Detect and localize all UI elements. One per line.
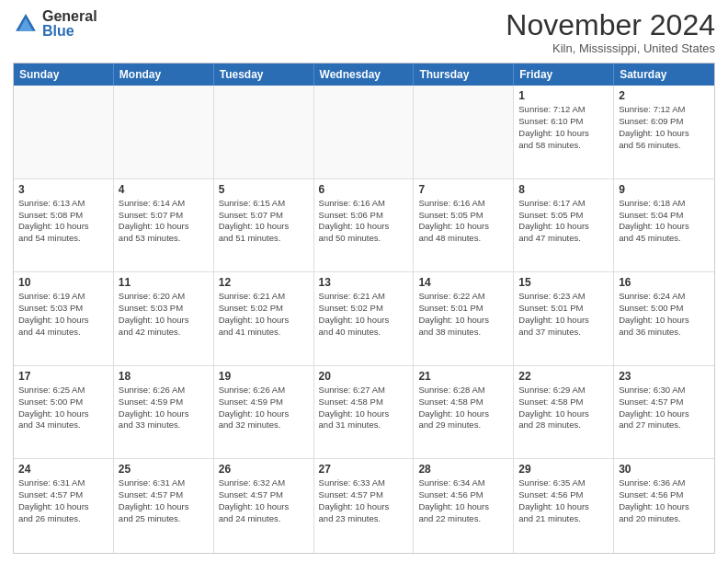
day-number: 9 [619,183,710,196]
day-number: 15 [518,276,609,289]
day-number: 5 [219,183,309,196]
calendar-cell-4-1: 17Sunrise: 6:25 AM Sunset: 5:00 PM Dayli… [14,366,114,459]
day-info: Sunrise: 6:20 AM Sunset: 5:03 PM Dayligh… [119,291,209,338]
calendar-body: 1Sunrise: 7:12 AM Sunset: 6:10 PM Daylig… [14,86,714,553]
calendar-cell-5-5: 28Sunrise: 6:34 AM Sunset: 4:56 PM Dayli… [414,459,514,553]
day-info: Sunrise: 7:12 AM Sunset: 6:10 PM Dayligh… [518,104,609,151]
day-number: 25 [119,463,209,476]
calendar-row-3: 10Sunrise: 6:19 AM Sunset: 5:03 PM Dayli… [14,272,714,366]
day-number: 29 [518,463,609,476]
day-number: 1 [518,89,609,102]
day-info: Sunrise: 6:18 AM Sunset: 5:04 PM Dayligh… [619,198,710,245]
calendar-cell-2-6: 8Sunrise: 6:17 AM Sunset: 5:05 PM Daylig… [514,179,614,272]
calendar-cell-3-2: 11Sunrise: 6:20 AM Sunset: 5:03 PM Dayli… [114,272,214,365]
header-day-tuesday: Tuesday [214,63,314,86]
day-number: 17 [18,370,108,383]
day-number: 10 [18,276,108,289]
day-info: Sunrise: 6:30 AM Sunset: 4:57 PM Dayligh… [619,385,710,431]
day-info: Sunrise: 6:25 AM Sunset: 5:00 PM Dayligh… [18,385,108,431]
day-info: Sunrise: 6:29 AM Sunset: 4:58 PM Dayligh… [518,385,609,431]
day-number: 26 [219,463,309,476]
day-number: 24 [18,463,108,476]
calendar-cell-2-5: 7Sunrise: 6:16 AM Sunset: 5:05 PM Daylig… [414,179,514,272]
calendar-cell-1-2 [114,86,214,178]
day-info: Sunrise: 6:33 AM Sunset: 4:57 PM Dayligh… [319,477,409,524]
day-number: 18 [119,370,209,383]
day-info: Sunrise: 6:17 AM Sunset: 5:05 PM Dayligh… [518,198,609,245]
day-info: Sunrise: 6:24 AM Sunset: 5:00 PM Dayligh… [619,291,710,338]
day-info: Sunrise: 6:16 AM Sunset: 5:06 PM Dayligh… [319,198,409,245]
calendar-row-4: 17Sunrise: 6:25 AM Sunset: 5:00 PM Dayli… [14,366,714,460]
day-info: Sunrise: 6:27 AM Sunset: 4:58 PM Dayligh… [319,385,409,431]
day-info: Sunrise: 6:35 AM Sunset: 4:56 PM Dayligh… [518,477,609,524]
day-number: 22 [518,370,609,383]
header-day-monday: Monday [114,63,214,86]
day-info: Sunrise: 6:26 AM Sunset: 4:59 PM Dayligh… [219,385,309,431]
day-number: 19 [219,370,309,383]
calendar-cell-5-4: 27Sunrise: 6:33 AM Sunset: 4:57 PM Dayli… [314,459,415,553]
day-number: 11 [119,276,209,289]
header: General Blue November 2024 Kiln, Mississ… [13,9,715,55]
day-number: 4 [119,183,209,196]
day-number: 23 [619,370,710,383]
title-block: November 2024 Kiln, Mississippi, United … [506,9,715,55]
calendar-cell-2-1: 3Sunrise: 6:13 AM Sunset: 5:08 PM Daylig… [14,179,114,272]
calendar-cell-1-1 [14,86,114,178]
day-number: 20 [319,370,409,383]
calendar-cell-3-6: 15Sunrise: 6:23 AM Sunset: 5:01 PM Dayli… [514,272,614,365]
day-number: 21 [418,370,508,383]
calendar-cell-3-5: 14Sunrise: 6:22 AM Sunset: 5:01 PM Dayli… [414,272,514,365]
calendar-row-2: 3Sunrise: 6:13 AM Sunset: 5:08 PM Daylig… [14,179,714,273]
day-info: Sunrise: 7:12 AM Sunset: 6:09 PM Dayligh… [619,104,710,151]
day-number: 14 [418,276,508,289]
day-info: Sunrise: 6:15 AM Sunset: 5:07 PM Dayligh… [219,198,309,245]
calendar-cell-4-7: 23Sunrise: 6:30 AM Sunset: 4:57 PM Dayli… [614,366,714,459]
day-number: 27 [319,463,409,476]
day-number: 13 [319,276,409,289]
logo-icon [13,11,39,37]
calendar: SundayMondayTuesdayWednesdayThursdayFrid… [13,63,715,554]
day-info: Sunrise: 6:31 AM Sunset: 4:57 PM Dayligh… [18,477,108,524]
header-day-saturday: Saturday [614,63,714,86]
calendar-cell-5-1: 24Sunrise: 6:31 AM Sunset: 4:57 PM Dayli… [14,459,114,553]
day-number: 6 [319,183,409,196]
day-number: 12 [219,276,309,289]
calendar-cell-2-4: 6Sunrise: 6:16 AM Sunset: 5:06 PM Daylig… [314,179,415,272]
day-info: Sunrise: 6:19 AM Sunset: 5:03 PM Dayligh… [18,291,108,338]
day-info: Sunrise: 6:23 AM Sunset: 5:01 PM Dayligh… [518,291,609,338]
day-info: Sunrise: 6:21 AM Sunset: 5:02 PM Dayligh… [219,291,309,338]
calendar-cell-1-4 [314,86,415,178]
day-number: 2 [619,89,710,102]
logo-text: General Blue [42,9,97,39]
day-info: Sunrise: 6:31 AM Sunset: 4:57 PM Dayligh… [119,477,209,524]
day-info: Sunrise: 6:36 AM Sunset: 4:56 PM Dayligh… [619,477,710,524]
header-day-wednesday: Wednesday [314,63,415,86]
logo-blue-text: Blue [42,24,97,39]
day-number: 30 [619,463,710,476]
calendar-cell-2-2: 4Sunrise: 6:14 AM Sunset: 5:07 PM Daylig… [114,179,214,272]
day-info: Sunrise: 6:16 AM Sunset: 5:05 PM Dayligh… [418,198,508,245]
calendar-header: SundayMondayTuesdayWednesdayThursdayFrid… [14,63,714,86]
calendar-row-5: 24Sunrise: 6:31 AM Sunset: 4:57 PM Dayli… [14,459,714,553]
calendar-cell-3-7: 16Sunrise: 6:24 AM Sunset: 5:00 PM Dayli… [614,272,714,365]
calendar-cell-2-7: 9Sunrise: 6:18 AM Sunset: 5:04 PM Daylig… [614,179,714,272]
calendar-cell-1-5 [414,86,514,178]
day-number: 7 [418,183,508,196]
calendar-cell-2-3: 5Sunrise: 6:15 AM Sunset: 5:07 PM Daylig… [214,179,314,272]
day-info: Sunrise: 6:22 AM Sunset: 5:01 PM Dayligh… [418,291,508,338]
day-info: Sunrise: 6:32 AM Sunset: 4:57 PM Dayligh… [219,477,309,524]
calendar-cell-5-6: 29Sunrise: 6:35 AM Sunset: 4:56 PM Dayli… [514,459,614,553]
calendar-cell-1-7: 2Sunrise: 7:12 AM Sunset: 6:09 PM Daylig… [614,86,714,178]
calendar-cell-5-3: 26Sunrise: 6:32 AM Sunset: 4:57 PM Dayli… [214,459,314,553]
header-day-sunday: Sunday [14,63,114,86]
calendar-cell-5-7: 30Sunrise: 6:36 AM Sunset: 4:56 PM Dayli… [614,459,714,553]
logo-general-text: General [42,9,97,24]
calendar-cell-1-6: 1Sunrise: 7:12 AM Sunset: 6:10 PM Daylig… [514,86,614,178]
header-day-friday: Friday [514,63,614,86]
location: Kiln, Mississippi, United States [506,41,715,55]
day-number: 8 [518,183,609,196]
day-info: Sunrise: 6:28 AM Sunset: 4:58 PM Dayligh… [418,385,508,431]
calendar-cell-4-3: 19Sunrise: 6:26 AM Sunset: 4:59 PM Dayli… [214,366,314,459]
calendar-cell-3-3: 12Sunrise: 6:21 AM Sunset: 5:02 PM Dayli… [214,272,314,365]
day-info: Sunrise: 6:13 AM Sunset: 5:08 PM Dayligh… [18,198,108,245]
